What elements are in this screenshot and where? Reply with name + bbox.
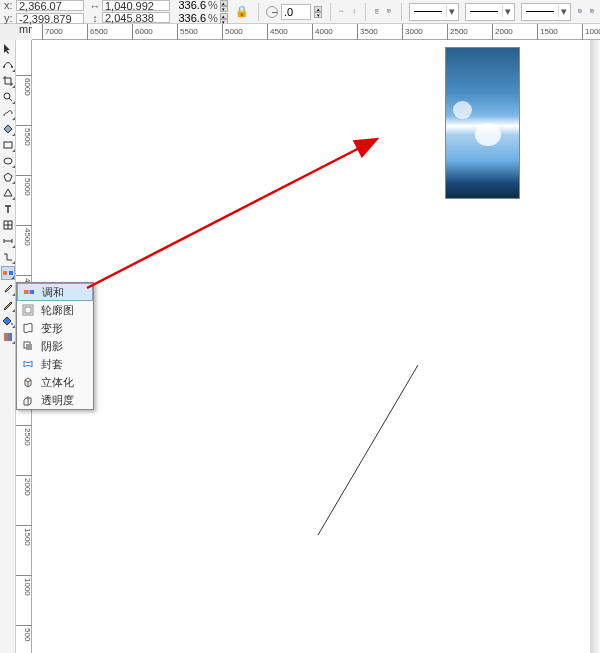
- outline-width-combo[interactable]: ▾: [409, 3, 459, 21]
- flyout-label: 调和: [42, 285, 64, 300]
- canvas[interactable]: [32, 40, 600, 653]
- pick-tool[interactable]: [1, 42, 15, 56]
- width-icon: ↔: [90, 1, 100, 11]
- scale-x[interactable]: 336.6: [176, 0, 206, 11]
- envelope-icon: [21, 357, 35, 371]
- basic-shapes-tool[interactable]: [1, 186, 15, 200]
- page-edge-shadow: [590, 40, 600, 653]
- height-value[interactable]: 2,045.838 mm: [102, 12, 170, 23]
- eyedropper-tool[interactable]: [1, 282, 15, 296]
- scale-x-spinner[interactable]: ▴▾: [220, 0, 228, 11]
- contour-icon: [21, 303, 35, 317]
- flyout-item-envelope[interactable]: 封套: [17, 355, 93, 373]
- rotation-input[interactable]: [281, 4, 311, 20]
- rotation-spinner[interactable]: ▴▾: [314, 6, 322, 17]
- flyout-item-extrude[interactable]: 立体化: [17, 373, 93, 391]
- table-tool[interactable]: [1, 218, 15, 232]
- interactive-tool[interactable]: [1, 266, 15, 280]
- connector-tool[interactable]: [1, 250, 15, 264]
- flyout-item-transparency[interactable]: 透明度: [17, 391, 93, 409]
- shape-tool[interactable]: [1, 58, 15, 72]
- flyout-label: 轮廓图: [41, 303, 74, 318]
- svg-rect-16: [4, 333, 12, 341]
- mirror-h-button[interactable]: [338, 3, 345, 21]
- y-label: y:: [4, 12, 14, 24]
- transparency-icon: [21, 393, 35, 407]
- crop-tool[interactable]: [1, 74, 15, 88]
- svg-rect-4: [578, 10, 581, 13]
- svg-rect-2: [389, 11, 391, 13]
- order-button[interactable]: [386, 3, 393, 21]
- svg-rect-24: [26, 344, 32, 350]
- zoom-tool[interactable]: [1, 90, 15, 104]
- svg-rect-14: [9, 271, 13, 275]
- interactive-fill-tool[interactable]: [1, 330, 15, 344]
- scale-readout: 336.6 % ▴▾ 336.6 % ▴▾: [176, 0, 228, 24]
- property-bar: x: 2,366.07 mm y: -2,399.879 mm ↔ 1,040.…: [0, 0, 600, 24]
- horizontal-ruler: 7000 6500 6000 5500 5000 4500 4000 3500 …: [32, 24, 600, 40]
- drawn-line-object[interactable]: [308, 365, 428, 545]
- height-icon: ↕: [90, 13, 100, 23]
- to-front-button[interactable]: [577, 3, 584, 21]
- mirror-v-button[interactable]: [351, 3, 358, 21]
- lock-ratio-button[interactable]: 🔒: [234, 3, 250, 21]
- y-value[interactable]: -2,399.879 mm: [16, 13, 84, 24]
- flyout-label: 阴影: [41, 339, 63, 354]
- x-value[interactable]: 2,366.07 mm: [16, 0, 84, 11]
- flyout-item-shadow[interactable]: 阴影: [17, 337, 93, 355]
- svg-point-11: [4, 158, 12, 164]
- extrude-icon: [21, 375, 35, 389]
- start-arrow-combo[interactable]: ▾: [521, 3, 571, 21]
- outline-tool[interactable]: [1, 298, 15, 312]
- flyout-label: 立体化: [41, 375, 74, 390]
- flyout-item-distort[interactable]: 变形: [17, 319, 93, 337]
- text-tool[interactable]: [1, 202, 15, 216]
- svg-rect-22: [25, 307, 31, 313]
- outline-width-swatch: [414, 11, 442, 12]
- svg-rect-20: [27, 290, 31, 294]
- svg-rect-10: [4, 142, 12, 148]
- fill-tool[interactable]: [1, 314, 15, 328]
- to-back-button[interactable]: [589, 3, 596, 21]
- rotation-group: ▴▾: [266, 4, 322, 20]
- svg-point-8: [11, 66, 13, 68]
- smart-fill-tool[interactable]: [1, 122, 15, 136]
- placed-image[interactable]: [445, 47, 520, 199]
- svg-rect-13: [3, 271, 7, 275]
- rotation-icon: [266, 6, 278, 18]
- interactive-tool-flyout: 调和 轮廓图 变形 阴影 封套 立体化 透明度: [16, 282, 94, 410]
- position-readout: x: 2,366.07 mm y: -2,399.879 mm: [4, 0, 84, 24]
- scale-y[interactable]: 336.6: [176, 12, 206, 24]
- wrap-text-button[interactable]: [374, 3, 381, 21]
- flyout-label: 透明度: [41, 393, 74, 408]
- shadow-icon: [21, 339, 35, 353]
- flyout-item-blend[interactable]: 调和: [17, 283, 93, 301]
- scale-y-spinner[interactable]: ▴▾: [220, 13, 228, 24]
- flyout-label: 变形: [41, 321, 63, 336]
- width-value[interactable]: 1,040.992 mm: [102, 0, 170, 11]
- blend-icon: [22, 285, 36, 299]
- flyout-label: 封套: [41, 357, 63, 372]
- svg-point-7: [3, 66, 5, 68]
- x-label: x:: [4, 0, 14, 11]
- flyout-item-contour[interactable]: 轮廓图: [17, 301, 93, 319]
- ellipse-tool[interactable]: [1, 154, 15, 168]
- svg-rect-6: [592, 10, 595, 13]
- toolbox: [0, 40, 16, 653]
- line-style-combo[interactable]: ▾: [465, 3, 515, 21]
- polygon-tool[interactable]: [1, 170, 15, 184]
- freehand-tool[interactable]: [1, 106, 15, 120]
- start-arrow-swatch: [526, 11, 554, 12]
- svg-line-17: [318, 365, 418, 535]
- line-style-swatch: [470, 11, 498, 12]
- size-readout: ↔ 1,040.992 mm ↕ 2,045.838 mm: [90, 0, 170, 23]
- distort-icon: [21, 321, 35, 335]
- rectangle-tool[interactable]: [1, 138, 15, 152]
- dimension-tool[interactable]: [1, 234, 15, 248]
